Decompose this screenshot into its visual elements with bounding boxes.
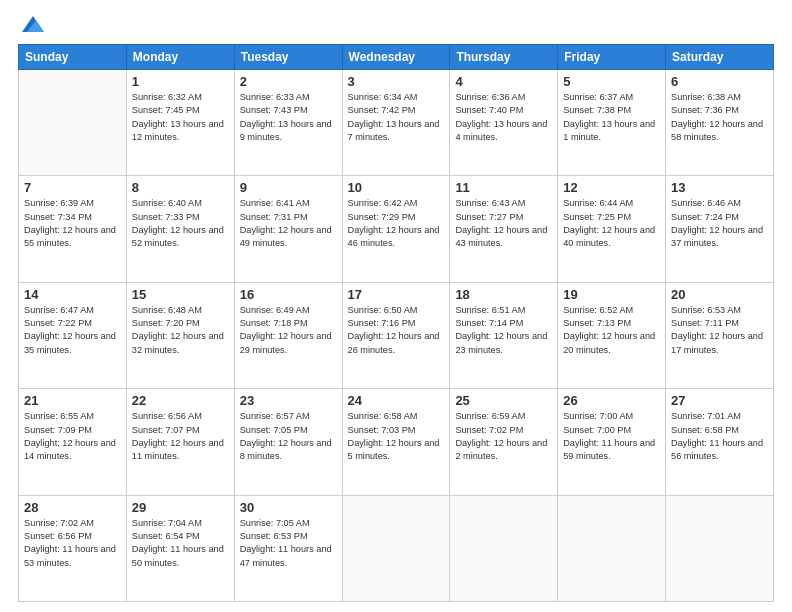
calendar-cell: 24Sunrise: 6:58 AMSunset: 7:03 PMDayligh… [342, 389, 450, 495]
calendar-cell: 1Sunrise: 6:32 AMSunset: 7:45 PMDaylight… [126, 70, 234, 176]
col-tuesday: Tuesday [234, 45, 342, 70]
calendar-cell: 2Sunrise: 6:33 AMSunset: 7:43 PMDaylight… [234, 70, 342, 176]
day-number: 29 [132, 500, 229, 515]
calendar-cell: 14Sunrise: 6:47 AMSunset: 7:22 PMDayligh… [19, 282, 127, 388]
calendar-cell: 18Sunrise: 6:51 AMSunset: 7:14 PMDayligh… [450, 282, 558, 388]
day-number: 13 [671, 180, 768, 195]
day-number: 24 [348, 393, 445, 408]
day-number: 22 [132, 393, 229, 408]
day-number: 3 [348, 74, 445, 89]
col-monday: Monday [126, 45, 234, 70]
day-number: 10 [348, 180, 445, 195]
day-info: Sunrise: 6:55 AMSunset: 7:09 PMDaylight:… [24, 410, 121, 463]
day-info: Sunrise: 6:42 AMSunset: 7:29 PMDaylight:… [348, 197, 445, 250]
day-info: Sunrise: 7:04 AMSunset: 6:54 PMDaylight:… [132, 517, 229, 570]
calendar-cell [342, 495, 450, 601]
day-number: 16 [240, 287, 337, 302]
day-info: Sunrise: 6:47 AMSunset: 7:22 PMDaylight:… [24, 304, 121, 357]
day-number: 1 [132, 74, 229, 89]
day-info: Sunrise: 6:52 AMSunset: 7:13 PMDaylight:… [563, 304, 660, 357]
calendar-cell: 12Sunrise: 6:44 AMSunset: 7:25 PMDayligh… [558, 176, 666, 282]
logo-icon [22, 16, 44, 32]
calendar-cell: 21Sunrise: 6:55 AMSunset: 7:09 PMDayligh… [19, 389, 127, 495]
calendar-cell: 17Sunrise: 6:50 AMSunset: 7:16 PMDayligh… [342, 282, 450, 388]
day-number: 11 [455, 180, 552, 195]
day-number: 19 [563, 287, 660, 302]
calendar-cell: 7Sunrise: 6:39 AMSunset: 7:34 PMDaylight… [19, 176, 127, 282]
day-number: 20 [671, 287, 768, 302]
day-number: 30 [240, 500, 337, 515]
day-number: 9 [240, 180, 337, 195]
day-number: 15 [132, 287, 229, 302]
calendar-cell: 29Sunrise: 7:04 AMSunset: 6:54 PMDayligh… [126, 495, 234, 601]
col-thursday: Thursday [450, 45, 558, 70]
day-number: 7 [24, 180, 121, 195]
calendar-cell: 4Sunrise: 6:36 AMSunset: 7:40 PMDaylight… [450, 70, 558, 176]
day-number: 26 [563, 393, 660, 408]
calendar-cell: 8Sunrise: 6:40 AMSunset: 7:33 PMDaylight… [126, 176, 234, 282]
calendar-cell: 16Sunrise: 6:49 AMSunset: 7:18 PMDayligh… [234, 282, 342, 388]
day-info: Sunrise: 6:44 AMSunset: 7:25 PMDaylight:… [563, 197, 660, 250]
day-info: Sunrise: 6:40 AMSunset: 7:33 PMDaylight:… [132, 197, 229, 250]
calendar-cell: 13Sunrise: 6:46 AMSunset: 7:24 PMDayligh… [666, 176, 774, 282]
day-number: 25 [455, 393, 552, 408]
day-info: Sunrise: 6:46 AMSunset: 7:24 PMDaylight:… [671, 197, 768, 250]
day-info: Sunrise: 6:39 AMSunset: 7:34 PMDaylight:… [24, 197, 121, 250]
day-info: Sunrise: 7:02 AMSunset: 6:56 PMDaylight:… [24, 517, 121, 570]
day-info: Sunrise: 7:00 AMSunset: 7:00 PMDaylight:… [563, 410, 660, 463]
day-number: 14 [24, 287, 121, 302]
calendar-cell: 28Sunrise: 7:02 AMSunset: 6:56 PMDayligh… [19, 495, 127, 601]
calendar-cell: 5Sunrise: 6:37 AMSunset: 7:38 PMDaylight… [558, 70, 666, 176]
day-info: Sunrise: 6:53 AMSunset: 7:11 PMDaylight:… [671, 304, 768, 357]
calendar-cell: 3Sunrise: 6:34 AMSunset: 7:42 PMDaylight… [342, 70, 450, 176]
day-number: 4 [455, 74, 552, 89]
day-number: 27 [671, 393, 768, 408]
calendar-cell: 10Sunrise: 6:42 AMSunset: 7:29 PMDayligh… [342, 176, 450, 282]
col-wednesday: Wednesday [342, 45, 450, 70]
day-number: 17 [348, 287, 445, 302]
day-number: 18 [455, 287, 552, 302]
day-info: Sunrise: 6:59 AMSunset: 7:02 PMDaylight:… [455, 410, 552, 463]
day-info: Sunrise: 7:01 AMSunset: 6:58 PMDaylight:… [671, 410, 768, 463]
calendar-cell: 23Sunrise: 6:57 AMSunset: 7:05 PMDayligh… [234, 389, 342, 495]
day-info: Sunrise: 6:37 AMSunset: 7:38 PMDaylight:… [563, 91, 660, 144]
day-info: Sunrise: 6:49 AMSunset: 7:18 PMDaylight:… [240, 304, 337, 357]
day-info: Sunrise: 6:41 AMSunset: 7:31 PMDaylight:… [240, 197, 337, 250]
day-info: Sunrise: 6:33 AMSunset: 7:43 PMDaylight:… [240, 91, 337, 144]
day-info: Sunrise: 6:43 AMSunset: 7:27 PMDaylight:… [455, 197, 552, 250]
calendar-table: Sunday Monday Tuesday Wednesday Thursday… [18, 44, 774, 602]
day-number: 21 [24, 393, 121, 408]
day-info: Sunrise: 6:58 AMSunset: 7:03 PMDaylight:… [348, 410, 445, 463]
calendar-cell: 6Sunrise: 6:38 AMSunset: 7:36 PMDaylight… [666, 70, 774, 176]
calendar-cell: 20Sunrise: 6:53 AMSunset: 7:11 PMDayligh… [666, 282, 774, 388]
day-info: Sunrise: 6:56 AMSunset: 7:07 PMDaylight:… [132, 410, 229, 463]
day-info: Sunrise: 6:34 AMSunset: 7:42 PMDaylight:… [348, 91, 445, 144]
header [18, 18, 774, 34]
col-sunday: Sunday [19, 45, 127, 70]
day-number: 12 [563, 180, 660, 195]
day-info: Sunrise: 6:38 AMSunset: 7:36 PMDaylight:… [671, 91, 768, 144]
day-number: 23 [240, 393, 337, 408]
day-number: 5 [563, 74, 660, 89]
calendar-cell [558, 495, 666, 601]
day-info: Sunrise: 7:05 AMSunset: 6:53 PMDaylight:… [240, 517, 337, 570]
calendar-cell [666, 495, 774, 601]
calendar-cell: 9Sunrise: 6:41 AMSunset: 7:31 PMDaylight… [234, 176, 342, 282]
calendar-cell: 22Sunrise: 6:56 AMSunset: 7:07 PMDayligh… [126, 389, 234, 495]
day-number: 2 [240, 74, 337, 89]
calendar-cell: 30Sunrise: 7:05 AMSunset: 6:53 PMDayligh… [234, 495, 342, 601]
day-info: Sunrise: 6:32 AMSunset: 7:45 PMDaylight:… [132, 91, 229, 144]
calendar-cell: 19Sunrise: 6:52 AMSunset: 7:13 PMDayligh… [558, 282, 666, 388]
logo [18, 18, 44, 34]
calendar-header-row: Sunday Monday Tuesday Wednesday Thursday… [19, 45, 774, 70]
day-info: Sunrise: 6:36 AMSunset: 7:40 PMDaylight:… [455, 91, 552, 144]
calendar-cell [19, 70, 127, 176]
day-info: Sunrise: 6:50 AMSunset: 7:16 PMDaylight:… [348, 304, 445, 357]
day-number: 28 [24, 500, 121, 515]
calendar-cell: 15Sunrise: 6:48 AMSunset: 7:20 PMDayligh… [126, 282, 234, 388]
page: Sunday Monday Tuesday Wednesday Thursday… [0, 0, 792, 612]
col-friday: Friday [558, 45, 666, 70]
calendar-cell: 25Sunrise: 6:59 AMSunset: 7:02 PMDayligh… [450, 389, 558, 495]
day-number: 8 [132, 180, 229, 195]
day-info: Sunrise: 6:57 AMSunset: 7:05 PMDaylight:… [240, 410, 337, 463]
